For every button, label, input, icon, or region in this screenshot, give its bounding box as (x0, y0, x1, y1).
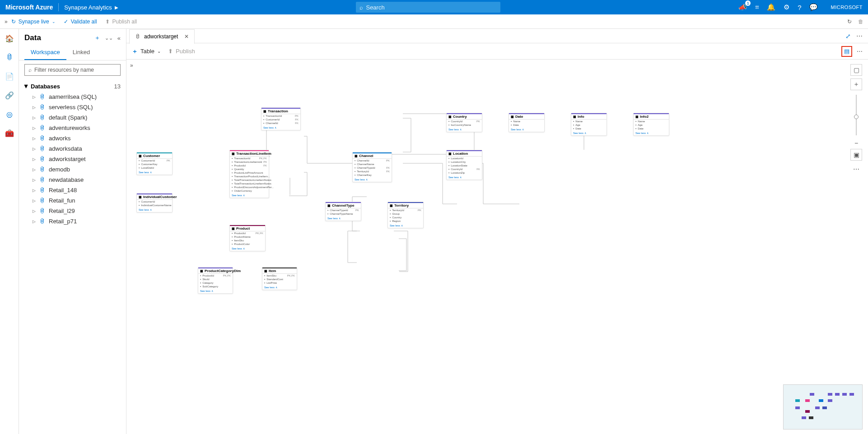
feedback-icon[interactable]: 💬 (809, 3, 818, 11)
table-icon: ▦ (232, 152, 235, 156)
entity-header: ▦Location (447, 151, 482, 157)
entity-name: Transaction (268, 109, 288, 113)
entity-channeltype[interactable]: ▦ChannelType ▪ChannelTypeIdPK▪ChannelTyp… (325, 202, 361, 221)
megaphone-icon[interactable]: 📣1 (738, 3, 747, 11)
entity-channel[interactable]: ▦Channel ▪ChannelIdPK▪ChannelName▪Channe… (352, 152, 392, 182)
tree-item-label: Retail_fun (49, 197, 75, 204)
see-more-link[interactable]: See less ∧ (326, 216, 361, 221)
help-icon[interactable]: ? (798, 4, 801, 11)
tree-group-databases[interactable]: ▶ Databases 13 (19, 81, 126, 92)
tree-item[interactable]: ▷🛢Retail_p71 (19, 216, 126, 226)
tree-item[interactable]: ▷🛢aamerrilsea (SQL) (19, 92, 126, 102)
table-icon: ▦ (139, 154, 142, 158)
minimap[interactable] (783, 384, 863, 429)
entity-transaction[interactable]: ▦Transaction ▪TransactionIdPK▪CustomerId… (261, 107, 301, 130)
slider-thumb[interactable] (854, 115, 859, 119)
zoom-in-button[interactable]: ＋ (850, 78, 862, 90)
more-icon[interactable]: ⋯ (857, 48, 863, 55)
mapping-panel-button[interactable]: ▤ (841, 46, 852, 57)
canvas-more-icon[interactable]: ⋯ (850, 163, 862, 175)
tree-item[interactable]: ▷🛢Retail_fun (19, 195, 126, 206)
zoom-slider[interactable] (856, 95, 857, 135)
collapse-panel-icon[interactable]: « (117, 35, 121, 42)
validate-all-button[interactable]: ✓ Validate all (64, 18, 97, 25)
tree-item[interactable]: ▷🛢adworksdata (19, 143, 126, 154)
tree-item[interactable]: ▷🛢adworks (19, 133, 126, 143)
integrate-icon[interactable]: 🔗 (5, 90, 14, 100)
trash-icon[interactable]: 🗑 (858, 18, 863, 25)
entity-column: ▪Name (634, 120, 669, 123)
tree-item[interactable]: ▷🛢Retail_148 (19, 185, 126, 195)
more-icon[interactable]: ⋯ (856, 32, 863, 40)
filter-input[interactable]: ⌕ Filter resources by name (24, 64, 121, 76)
refresh-icon[interactable]: ↻ (847, 18, 852, 25)
account-name[interactable]: MICROSOFT (831, 5, 863, 10)
see-more-link[interactable]: See less ∧ (571, 130, 607, 135)
table-icon: ▦ (448, 115, 452, 119)
erd-canvas[interactable]: » ▦Transaction ▪TransactionIdPK▪Customer… (126, 60, 868, 434)
entity-txlineitem[interactable]: ▦TransactionLineItem ▪TransactionIdPK,FK… (229, 150, 269, 198)
entity-location[interactable]: ▦Location ▪LocationId▪LocationCity▪Locat… (446, 150, 482, 180)
zoom-out-button[interactable]: − (850, 140, 862, 146)
entity-column: ▪ChannelTypeIdPK (326, 208, 361, 212)
synapse-live-button[interactable]: ↻ Synapse live ⌄ (11, 18, 56, 25)
entity-info2[interactable]: ▦Info2 ▪Name▪Age▪Date See less ∧ (633, 113, 669, 136)
entity-territory[interactable]: ▦Territory ▪TerritoryIdPK▪Group▪Country▪… (387, 202, 424, 228)
entity-column: ▪SkuId (198, 277, 233, 281)
entity-individual_customer[interactable]: ▦IndividualCustomer ▪CustomerId▪Individu… (136, 193, 173, 212)
expand-left-icon[interactable]: » (130, 62, 133, 69)
bell-icon[interactable]: 🔔 (767, 3, 775, 11)
see-more-link[interactable]: See less ∧ (137, 170, 172, 175)
see-more-link[interactable]: See less ∧ (261, 125, 300, 130)
search-input[interactable]: ⌕ Search (356, 2, 500, 13)
manage-icon[interactable]: 🧰 (5, 128, 14, 138)
chevron-right-icon[interactable]: » (5, 18, 8, 25)
fit-to-screen-button[interactable]: ▢ (850, 64, 862, 76)
entity-product[interactable]: ▦Product ▪ProductIdPK,FK▪ProductName▪Ite… (229, 225, 266, 251)
tab-linked[interactable]: Linked (66, 45, 96, 60)
close-icon[interactable]: ✕ (184, 33, 189, 40)
tree-item[interactable]: ▷🛢demodb (19, 164, 126, 175)
entity-header: ▦TransactionLineItem (230, 151, 269, 157)
see-more-link[interactable]: See less ∧ (447, 127, 482, 132)
data-icon[interactable]: 🛢 (5, 52, 14, 62)
add-table-button[interactable]: ＋ Table ⌄ (132, 47, 161, 55)
group-label: Databases (31, 83, 60, 90)
see-more-link[interactable]: See less ∧ (353, 177, 392, 182)
tree-item[interactable]: ▷🛢newdatabase (19, 175, 126, 185)
entity-customer[interactable]: ▦Customer ▪CustomerIdPK▪CustomerKey▪Loca… (136, 152, 173, 175)
entity-item[interactable]: ▦Item ▪ItemSkuPK,FK▪StandardCost▪ListPri… (262, 267, 297, 290)
tree-item[interactable]: ▷🛢adworkstarget (19, 154, 126, 164)
see-more-link[interactable]: See less ∧ (447, 175, 482, 180)
tree-item[interactable]: ▷🛢default (Spark) (19, 112, 126, 123)
collapse-all-icon[interactable]: ⌄⌄ (105, 35, 113, 41)
see-more-link[interactable]: See less ∧ (262, 285, 297, 290)
see-more-link[interactable]: See less ∧ (230, 246, 265, 251)
entity-header: ▦Item (262, 268, 297, 274)
entity-prodcat[interactable]: ▦ProductCategoryDim ▪ProductIdPK,FK▪SkuI… (198, 267, 233, 294)
entity-header: ▦Transaction (261, 109, 300, 114)
tree-item[interactable]: ▷🛢adventureworks (19, 123, 126, 133)
develop-icon[interactable]: 📄 (5, 71, 14, 81)
see-more-link[interactable]: See less ∧ (509, 127, 544, 132)
see-more-link[interactable]: See less ∧ (634, 130, 669, 135)
see-more-link[interactable]: See less ∧ (230, 193, 269, 198)
entity-date[interactable]: ▦Date ▪Name▪Date See less ∧ (509, 113, 545, 132)
tree-item[interactable]: ▷🛢Retail_l29 (19, 206, 126, 216)
tree-item[interactable]: ▷🛢serverless (SQL) (19, 102, 126, 112)
see-more-link[interactable]: See less ∧ (137, 207, 172, 212)
minimap-toggle-button[interactable]: ▣ (850, 149, 862, 161)
expand-icon[interactable]: ⤢ (845, 32, 851, 40)
home-icon[interactable]: 🏠 (5, 33, 14, 43)
editor-tab[interactable]: 🛢 adworkstarget ✕ (129, 29, 195, 44)
monitor-icon[interactable]: ◎ (5, 109, 14, 119)
gear-icon[interactable]: ⚙ (784, 3, 789, 11)
entity-info[interactable]: ▦Info ▪Name▪Age▪Date See less ∧ (571, 113, 607, 136)
tab-workspace[interactable]: Workspace (24, 45, 66, 60)
add-button[interactable]: ＋ (94, 34, 100, 42)
product-name[interactable]: Synapse Analytics (64, 4, 112, 11)
directory-icon[interactable]: ⌗ (755, 3, 759, 11)
entity-country[interactable]: ▦Country ▪CountryIdPK▪IsoCountryName See… (446, 113, 482, 132)
see-more-link[interactable]: See less ∧ (388, 223, 423, 228)
see-more-link[interactable]: See less ∧ (198, 288, 233, 293)
